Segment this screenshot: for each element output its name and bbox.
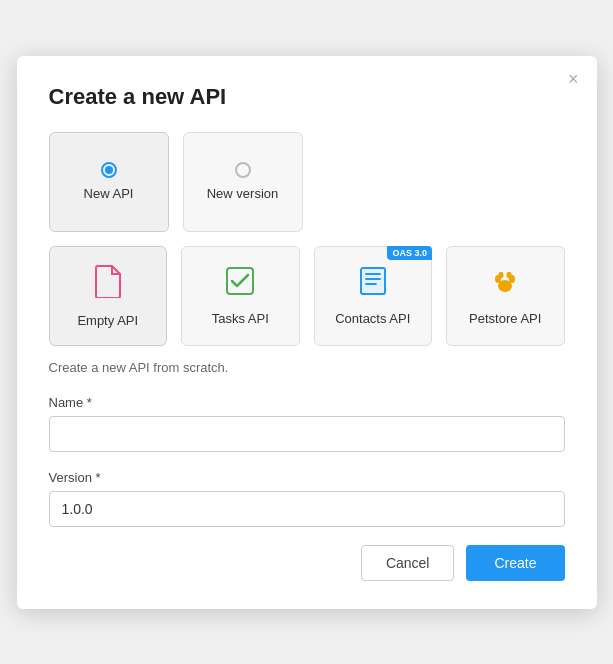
option-petstore-api[interactable]: Petstore API (446, 246, 565, 346)
petstore-api-icon (489, 266, 521, 303)
dialog-footer: Cancel Create (49, 545, 565, 581)
svg-rect-1 (361, 268, 385, 294)
option-tasks-api[interactable]: Tasks API (181, 246, 300, 346)
name-field-group: Name * (49, 395, 565, 452)
svg-point-5 (499, 271, 504, 277)
option-new-api-label: New API (84, 186, 134, 201)
version-field-group: Version * (49, 470, 565, 527)
option-empty-api-label: Empty API (77, 313, 138, 328)
option-tasks-api-label: Tasks API (212, 311, 269, 326)
template-row: Empty API Tasks API OAS 3.0 Contacts API (49, 246, 565, 346)
cancel-button[interactable]: Cancel (361, 545, 455, 581)
tasks-api-icon (225, 266, 255, 303)
option-contacts-api[interactable]: OAS 3.0 Contacts API (314, 246, 433, 346)
option-new-api[interactable]: New API (49, 132, 169, 232)
svg-point-6 (507, 271, 512, 277)
option-new-version-label: New version (207, 186, 279, 201)
empty-api-icon (93, 264, 123, 305)
name-label: Name * (49, 395, 565, 410)
dialog-title: Create a new API (49, 84, 565, 110)
description-text: Create a new API from scratch. (49, 360, 565, 375)
create-api-dialog: × Create a new API New API New version E… (17, 56, 597, 609)
create-button[interactable]: Create (466, 545, 564, 581)
version-label: Version * (49, 470, 565, 485)
contacts-api-icon (358, 266, 388, 303)
radio-new-api (101, 162, 117, 178)
close-button[interactable]: × (568, 70, 579, 88)
radio-new-version (235, 162, 251, 178)
option-contacts-api-label: Contacts API (335, 311, 410, 326)
oas-badge: OAS 3.0 (387, 246, 432, 260)
option-empty-api[interactable]: Empty API (49, 246, 168, 346)
api-type-row: New API New version (49, 132, 565, 232)
option-petstore-api-label: Petstore API (469, 311, 541, 326)
name-input[interactable] (49, 416, 565, 452)
version-input[interactable] (49, 491, 565, 527)
option-new-version[interactable]: New version (183, 132, 303, 232)
